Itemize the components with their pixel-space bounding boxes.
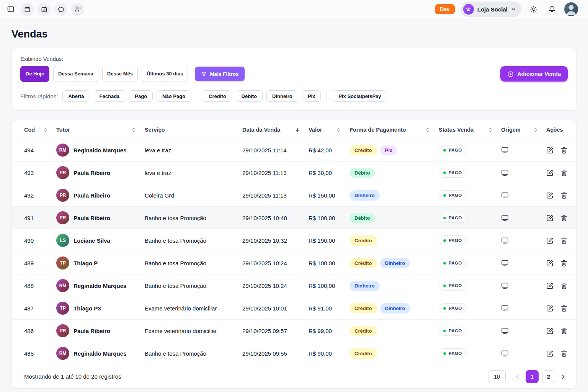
tutor-avatar: LS [56, 234, 69, 247]
quick-filter-divider [327, 91, 327, 101]
cell-status: PAGO [436, 162, 498, 184]
column-header-forma-de-pagamento[interactable]: Forma de Pagamento [346, 120, 436, 139]
edit-sale-button[interactable] [546, 305, 554, 312]
notifications-button[interactable] [546, 3, 558, 15]
status-dot-icon [443, 194, 446, 197]
column-label: Ações [546, 127, 563, 133]
column-header-valor[interactable]: Valor [305, 120, 346, 139]
add-client-button[interactable] [71, 3, 84, 16]
cell-cod: 491 [12, 207, 53, 229]
quick-filter-dinheiro[interactable]: Dinheiro [266, 90, 298, 102]
appointments-button[interactable] [38, 3, 51, 16]
filter-period-ultimos-30-dias[interactable]: Últimos 30 dias [142, 66, 188, 82]
quick-filter-nao-pago[interactable]: Não Pago [157, 90, 191, 102]
results-summary: Mostrando de 1 até 10 de 20 registros [24, 373, 121, 380]
edit-sale-button[interactable] [546, 214, 554, 222]
cell-tutor: PRPaula Ribeiro [53, 320, 142, 342]
filter-period-desse-mes[interactable]: Desse Mês [102, 66, 138, 82]
main-content: Vendas Exibindo Vendas: De HojeDessa Sem… [0, 28, 588, 392]
table-row-489: 489TPThiago PBanho e tosa Promoção29/10/… [12, 252, 576, 274]
column-header-status-venda[interactable]: Status Venda [436, 120, 498, 139]
delete-sale-button[interactable] [560, 305, 568, 312]
edit-sale-button[interactable] [546, 169, 554, 176]
delete-sale-button[interactable] [560, 192, 568, 199]
sort-toggle-icon [336, 127, 341, 132]
more-filters-button[interactable]: Mais Filtros [195, 67, 245, 81]
delete-sale-button[interactable] [560, 350, 568, 357]
sort-toggle-icon [43, 127, 48, 132]
delete-sale-button[interactable] [560, 237, 568, 244]
sidebar-toggle-button[interactable] [5, 3, 17, 15]
payment-chip-credito: Crédito [350, 235, 377, 246]
cell-tutor: TPThiago P [53, 252, 142, 274]
user-add-icon [74, 6, 81, 13]
page-button-2[interactable]: 2 [542, 370, 555, 383]
quick-filters-row: Filtros rápidos: AbertaFechadaPagoNão Pa… [20, 90, 568, 102]
quick-filter-pix[interactable]: Pix [302, 90, 321, 102]
agenda-button[interactable] [21, 3, 34, 16]
cell-service: Banho e tosa Promoção [142, 207, 239, 229]
quick-filter-debito[interactable]: Débito [236, 90, 263, 102]
cell-tutor: RMReginaldo Marques [53, 274, 142, 297]
delete-sale-button[interactable] [560, 260, 568, 267]
quick-filter-fechada[interactable]: Fechada [94, 90, 126, 102]
page-size-select[interactable]: 10 [488, 370, 506, 383]
quick-filter-pago[interactable]: Pago [129, 90, 153, 102]
payment-chip-debito: Débito [350, 213, 375, 223]
delete-sale-button[interactable] [560, 169, 568, 176]
table-row-491: 491PRPaula RibeiroBanho e tosa Promoção2… [12, 207, 576, 229]
status-dot-icon [443, 284, 446, 287]
column-header-cod[interactable]: Cod [12, 120, 53, 139]
account-name: Loja Social [477, 6, 508, 13]
cell-service: Banho e tosa Promoção [142, 342, 239, 365]
page-button-1[interactable]: 1 [526, 370, 539, 383]
prev-page-button[interactable] [513, 372, 522, 381]
delete-sale-button[interactable] [560, 214, 568, 222]
tutor-name: Reginaldo Marques [74, 147, 126, 154]
quick-filter-aberta[interactable]: Aberta [62, 90, 90, 102]
quick-filters-label: Filtros rápidos: [20, 93, 58, 100]
origin-desktop-icon [501, 146, 540, 154]
edit-sale-button[interactable] [546, 350, 554, 357]
column-header-origem[interactable]: Origem [498, 120, 543, 139]
filter-period-dessa-semana[interactable]: Dessa Semana [53, 66, 98, 82]
delete-sale-button[interactable] [560, 327, 568, 335]
status-dot-icon [443, 239, 446, 242]
cell-service: Exame veterinário domiciliar [142, 320, 239, 342]
cell-actions [543, 320, 576, 342]
user-avatar[interactable] [564, 2, 578, 16]
edit-sale-button[interactable] [546, 260, 554, 267]
tutor-name: Paula Ribeiro [74, 328, 110, 334]
edit-sale-button[interactable] [546, 192, 554, 199]
cell-actions [543, 342, 576, 365]
account-switcher[interactable]: Loja Social [461, 2, 521, 17]
status-label: PAGO [449, 351, 462, 356]
column-label: Tutor [56, 127, 70, 133]
tutor-avatar: TP [56, 256, 69, 270]
edit-sale-button[interactable] [546, 237, 554, 244]
status-label: PAGO [449, 193, 462, 198]
add-sale-button[interactable]: Adicionar Venda [500, 66, 568, 82]
status-badge: PAGO [439, 258, 467, 268]
circle-plus-icon [507, 71, 514, 77]
payment-chip-credito: Crédito [350, 326, 377, 336]
cell-status: PAGO [436, 297, 498, 320]
edit-sale-button[interactable] [546, 327, 554, 335]
theme-toggle-button[interactable] [528, 3, 540, 15]
cell-cod: 486 [12, 320, 53, 342]
quick-filter-pix-socialpetspay[interactable]: Pix SocialpetsPay [333, 90, 387, 102]
quick-filter-credito[interactable]: Crédito [203, 90, 232, 102]
column-header-tutor[interactable]: Tutor [53, 120, 142, 139]
next-page-button[interactable] [559, 372, 568, 381]
table-body: 494RMReginaldo Marquesleva e traz29/10/2… [12, 139, 576, 365]
edit-sale-button[interactable] [546, 282, 554, 289]
delete-sale-button[interactable] [560, 147, 568, 154]
edit-sale-button[interactable] [546, 147, 554, 154]
delete-sale-button[interactable] [560, 282, 568, 289]
messages-button[interactable] [54, 3, 67, 16]
payment-chip-pix: Pix [380, 145, 398, 155]
cell-sale-date: 29/10/2025 09:55 [239, 342, 305, 365]
column-header-data-da-venda[interactable]: Data da Venda [239, 120, 305, 139]
status-badge: PAGO [439, 213, 467, 223]
filter-period-de-hoje[interactable]: De Hoje [20, 66, 49, 82]
